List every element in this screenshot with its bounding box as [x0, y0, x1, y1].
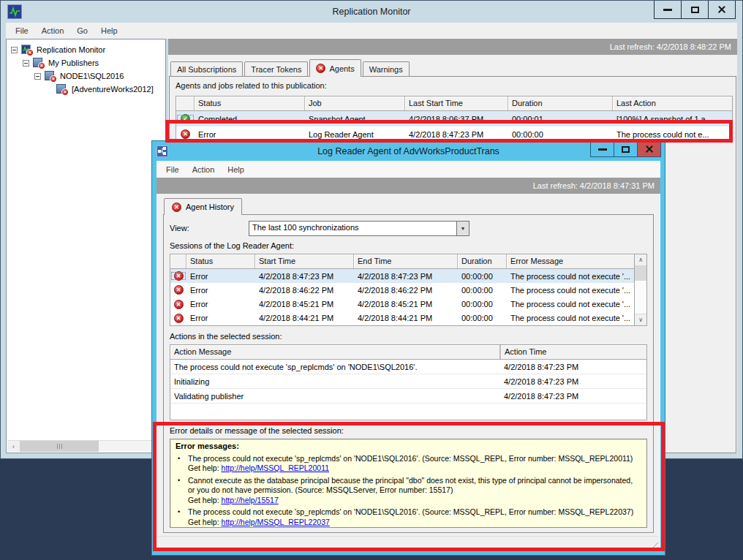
minimize-icon: [663, 9, 672, 11]
col-end-time[interactable]: End Time: [354, 254, 458, 268]
actions-table-header: Action Message Action Time: [170, 345, 646, 360]
error-icon: ✕: [174, 285, 184, 295]
table-row[interactable]: ✕ Error 4/2/2018 8:47:23 PM 4/2/2018 8:4…: [170, 269, 634, 283]
dialog-menu-action[interactable]: Action: [186, 165, 222, 174]
expander-icon[interactable]: [34, 73, 41, 80]
col-action-time[interactable]: Action Time: [500, 345, 646, 359]
error-icon: ✕: [316, 64, 325, 73]
table-row[interactable]: The process could not execute 'sp_replcm…: [170, 360, 646, 374]
dialog-last-refresh-bar: Last refresh: 4/2/2018 8:47:31 PM: [156, 178, 660, 194]
error-icon: ✕: [174, 271, 184, 281]
table-row[interactable]: ✓ Completed Snapshot Agent 4/2/2018 8:06…: [176, 111, 732, 126]
chevron-down-icon[interactable]: ▼: [456, 222, 469, 235]
tree-item-adventureworks2012[interactable]: ✕ [AdventureWorks2012]: [46, 83, 165, 96]
col-last-start-time[interactable]: Last Start Time: [405, 97, 508, 110]
col-last-action[interactable]: Last Action: [613, 97, 732, 110]
tree-item-my-publishers[interactable]: ✕ My Publishers: [23, 56, 165, 69]
close-icon: [645, 145, 654, 154]
help-link[interactable]: http://help/15517: [222, 496, 279, 504]
scrollbar-track[interactable]: [635, 281, 646, 314]
menu-file[interactable]: File: [9, 26, 35, 35]
tab-agents[interactable]: ✕ Agents: [309, 59, 361, 77]
agents-table-header: Status Job Last Start Time Duration Last…: [176, 97, 732, 111]
main-titlebar: Replication Monitor: [6, 1, 737, 23]
tab-tracer-tokens[interactable]: Tracer Tokens: [244, 61, 308, 76]
tree-item-replication-monitor[interactable]: ✕ Replication Monitor: [11, 43, 165, 56]
minimize-button[interactable]: [654, 1, 682, 19]
replication-monitor-node-icon: ✕: [21, 45, 34, 56]
main-menubar: File Action Go Help: [6, 23, 737, 39]
col-job[interactable]: Job: [305, 97, 405, 110]
col-action-message[interactable]: Action Message: [170, 345, 500, 359]
resize-grip[interactable]: [649, 540, 658, 550]
help-link[interactable]: http://help/MSSQL_REPL20011: [222, 463, 329, 472]
scroll-left-icon[interactable]: ‹: [7, 441, 20, 452]
table-row[interactable]: ✕ Error Log Reader Agent 4/2/2018 8:47:2…: [176, 126, 732, 142]
dialog-menubar: File Action Help: [156, 161, 660, 178]
error-box-title: Error messages:: [176, 442, 641, 452]
sessions-label: Sessions of the Log Reader Agent:: [170, 241, 647, 252]
maximize-icon: [622, 146, 630, 153]
col-status[interactable]: Status: [195, 97, 305, 110]
error-message-item: • The process could not execute 'sp_repl…: [176, 454, 641, 474]
expander-icon[interactable]: [11, 47, 18, 53]
tree-label: NODE1\SQL2016: [60, 72, 124, 80]
sessions-vertical-scrollbar[interactable]: ∧ ∨: [635, 254, 647, 326]
sessions-table-header: Status Start Time End Time Duration Erro…: [170, 254, 634, 269]
dialog-close-button[interactable]: [637, 141, 661, 157]
error-icon: ✕: [174, 300, 184, 309]
scroll-up-icon[interactable]: ∧: [635, 254, 646, 266]
actions-table: Action Message Action Time The process c…: [170, 344, 647, 420]
last-refresh-bar: Last refresh: 4/2/2018 8:48:22 PM: [168, 39, 737, 55]
scroll-down-icon[interactable]: ∨: [635, 314, 646, 325]
scrollbar-thumb[interactable]: [635, 266, 646, 281]
col-duration[interactable]: Duration: [458, 254, 507, 268]
menu-action[interactable]: Action: [35, 26, 71, 35]
publishers-node-icon: ✕: [33, 58, 45, 69]
dialog-titlebar: Log Reader Agent of AdvWorksProductTrans: [156, 141, 660, 161]
menu-help[interactable]: Help: [94, 26, 124, 35]
dialog-status-bar: [158, 536, 659, 550]
dialog-maximize-button[interactable]: [614, 141, 638, 157]
tab-warnings[interactable]: Warnings: [363, 61, 410, 76]
close-button[interactable]: [708, 1, 736, 19]
tree-label: Replication Monitor: [37, 45, 105, 54]
bullet-icon: •: [176, 507, 188, 527]
table-row[interactable]: Initializing 4/2/2018 8:47:23 PM: [170, 374, 646, 389]
publication-tabs: All Subscriptions Tracer Tokens ✕ Agents…: [168, 55, 737, 76]
error-details-label: Error details or message of the selected…: [170, 426, 647, 437]
agents-table: Status Job Last Start Time Duration Last…: [176, 96, 733, 143]
error-messages-box: Error messages: • The process could not …: [170, 439, 647, 528]
replication-monitor-app-icon: [7, 4, 22, 19]
col-status[interactable]: Status: [186, 254, 255, 268]
bullet-icon: •: [176, 454, 188, 474]
error-message-item: • Cannot execute as the database princip…: [176, 476, 641, 506]
table-row[interactable]: Validating publisher 4/2/2018 8:47:23 PM: [170, 389, 646, 404]
tab-all-subscriptions[interactable]: All Subscriptions: [170, 61, 243, 76]
agent-dialog-icon: [156, 145, 168, 157]
tab-agent-history[interactable]: ✕ Agent History: [164, 198, 242, 215]
help-link[interactable]: http://help/MSSQL_REPL22037: [222, 518, 330, 526]
view-select[interactable]: The last 100 synchronizations ▼: [249, 221, 469, 236]
tree-item-node1-sql2016[interactable]: ✕ NODE1\SQL2016: [34, 69, 165, 83]
dialog-minimize-button[interactable]: [590, 141, 614, 157]
col-error-message[interactable]: Error Message: [507, 254, 634, 268]
expander-icon[interactable]: [23, 60, 29, 67]
scrollbar-thumb[interactable]: [20, 441, 99, 452]
tree-horizontal-scrollbar[interactable]: ‹: [7, 440, 165, 452]
error-icon: ✕: [172, 203, 181, 212]
maximize-button[interactable]: [681, 1, 709, 19]
log-reader-agent-dialog: Log Reader Agent of AdvWorksProductTrans…: [151, 140, 665, 556]
col-start-time[interactable]: Start Time: [255, 254, 354, 268]
close-icon: [717, 5, 726, 14]
dialog-menu-file[interactable]: File: [159, 165, 186, 174]
col-duration[interactable]: Duration: [508, 97, 613, 110]
dialog-menu-help[interactable]: Help: [221, 165, 251, 174]
maximize-icon: [691, 7, 699, 13]
table-row[interactable]: ✕ Error 4/2/2018 8:46:22 PM 4/2/2018 8:4…: [170, 283, 634, 297]
menu-go[interactable]: Go: [70, 26, 94, 35]
table-row[interactable]: ✕ Error 4/2/2018 8:44:21 PM 4/2/2018 8:4…: [170, 311, 634, 325]
error-message-item: • The process could not execute 'sp_repl…: [176, 507, 641, 527]
tree-label: [AdventureWorks2012]: [72, 85, 154, 94]
table-row[interactable]: ✕ Error 4/2/2018 8:45:21 PM 4/2/2018 8:4…: [170, 298, 634, 311]
